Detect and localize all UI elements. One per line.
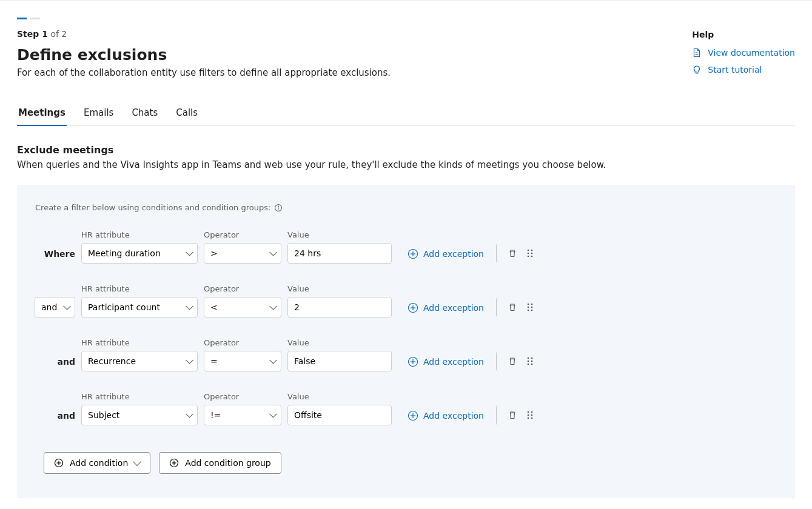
plus-circle-icon [169, 458, 179, 468]
drag-handle-icon [526, 356, 534, 366]
step-current: Step 1 [17, 29, 48, 39]
svg-point-33 [528, 411, 529, 413]
drag-handle[interactable] [520, 298, 540, 317]
attribute-select[interactable]: Recurrence [81, 351, 198, 371]
plus-circle-icon [408, 410, 418, 421]
svg-point-15 [528, 304, 529, 305]
value-input-label: Value [287, 284, 392, 293]
attribute-select-label: HR attribute [81, 284, 198, 293]
attribute-select[interactable]: Participant count [81, 297, 198, 318]
svg-point-24 [528, 358, 529, 359]
filter-panel: Create a filter below using conditions a… [17, 185, 795, 498]
plus-circle-icon [54, 458, 64, 468]
svg-point-2 [278, 205, 279, 206]
progress-indicator [17, 18, 795, 19]
start-tutorial-label: Start tutorial [708, 65, 762, 75]
svg-point-36 [531, 414, 533, 416]
value-input[interactable] [287, 243, 392, 264]
attribute-select[interactable]: Meeting duration [81, 243, 198, 264]
add-exception-label: Add exception [423, 249, 484, 259]
tab-chats[interactable]: Chats [130, 101, 159, 125]
delete-button[interactable] [496, 405, 520, 425]
plus-circle-icon [408, 356, 418, 367]
entity-tabs: Meetings Emails Chats Calls [17, 101, 795, 126]
tab-calls[interactable]: Calls [175, 101, 199, 125]
view-documentation-link[interactable]: View documentation [692, 48, 795, 58]
value-input-label: Value [287, 338, 392, 347]
section-description: When queries and the Viva Insights app i… [17, 159, 795, 170]
add-exception-label: Add exception [423, 357, 484, 367]
drag-handle-icon [526, 302, 534, 312]
drag-handle-icon [526, 410, 534, 420]
svg-point-6 [528, 250, 529, 251]
lightbulb-icon [692, 65, 702, 75]
svg-point-18 [531, 307, 533, 308]
operator-select[interactable]: = [204, 351, 281, 371]
page-title: Define exclusions [17, 46, 795, 64]
add-exception-button[interactable]: Add exception [408, 302, 484, 318]
drag-handle-icon [526, 248, 534, 258]
attribute-select-label: HR attribute [81, 338, 198, 347]
svg-point-29 [531, 364, 533, 365]
tab-emails[interactable]: Emails [82, 101, 115, 125]
svg-point-7 [531, 250, 533, 251]
delete-button[interactable] [496, 351, 520, 371]
progress-step-2 [30, 18, 40, 19]
conditions-list: WhereHR attributeMeeting durationOperato… [35, 230, 777, 425]
tab-meetings[interactable]: Meetings [17, 101, 67, 125]
svg-point-10 [528, 256, 529, 258]
add-exception-button[interactable]: Add exception [408, 356, 484, 371]
add-condition-button[interactable]: Add condition [44, 452, 150, 474]
attribute-select-label: HR attribute [81, 230, 198, 239]
svg-point-37 [528, 418, 529, 419]
condition-row: andHR attributeParticipant countOperator… [35, 284, 777, 318]
help-heading: Help [692, 30, 795, 39]
view-documentation-label: View documentation [708, 48, 795, 58]
value-input-label: Value [287, 230, 392, 239]
connector-and: and [58, 411, 75, 425]
value-input[interactable] [287, 405, 392, 425]
info-icon[interactable] [274, 204, 283, 212]
operator-select[interactable]: != [204, 405, 281, 425]
operator-select[interactable]: < [204, 297, 281, 318]
value-input[interactable] [287, 297, 392, 318]
value-input[interactable] [287, 351, 392, 371]
add-condition-group-label: Add condition group [185, 458, 270, 468]
condition-row: WhereHR attributeMeeting durationOperato… [35, 230, 777, 264]
panel-hint: Create a filter below using conditions a… [35, 203, 777, 212]
svg-point-9 [531, 253, 533, 254]
svg-point-28 [528, 364, 529, 365]
add-exception-button[interactable]: Add exception [408, 248, 484, 264]
operator-select-label: Operator [204, 338, 281, 347]
drag-handle[interactable] [520, 405, 540, 425]
connector-select[interactable]: and [35, 297, 75, 318]
panel-hint-text: Create a filter below using conditions a… [35, 203, 270, 212]
start-tutorial-link[interactable]: Start tutorial [692, 65, 795, 75]
drag-handle[interactable] [520, 351, 540, 371]
trash-icon [508, 356, 517, 366]
operator-select-label: Operator [204, 392, 281, 401]
add-condition-group-button[interactable]: Add condition group [159, 452, 281, 474]
plus-circle-icon [408, 248, 418, 259]
drag-handle[interactable] [520, 244, 540, 263]
svg-point-27 [531, 361, 533, 362]
delete-button[interactable] [496, 244, 520, 263]
progress-step-1 [17, 18, 27, 19]
operator-select[interactable]: > [204, 243, 281, 264]
attribute-select[interactable]: Subject [81, 405, 198, 425]
attribute-select-label: HR attribute [81, 392, 198, 401]
add-condition-label: Add condition [70, 458, 128, 468]
add-exception-button[interactable]: Add exception [408, 410, 484, 425]
step-total: of 2 [50, 29, 67, 39]
plus-circle-icon [408, 302, 418, 313]
svg-point-20 [531, 310, 533, 311]
document-icon [692, 48, 702, 58]
svg-point-17 [528, 307, 529, 308]
trash-icon [508, 248, 517, 258]
connector-where: Where [44, 249, 75, 264]
add-exception-label: Add exception [423, 411, 484, 421]
condition-row: andHR attributeRecurrenceOperator=ValueA… [35, 338, 777, 371]
trash-icon [508, 302, 517, 312]
delete-button[interactable] [496, 298, 520, 317]
section-heading: Exclude meetings [17, 144, 795, 156]
